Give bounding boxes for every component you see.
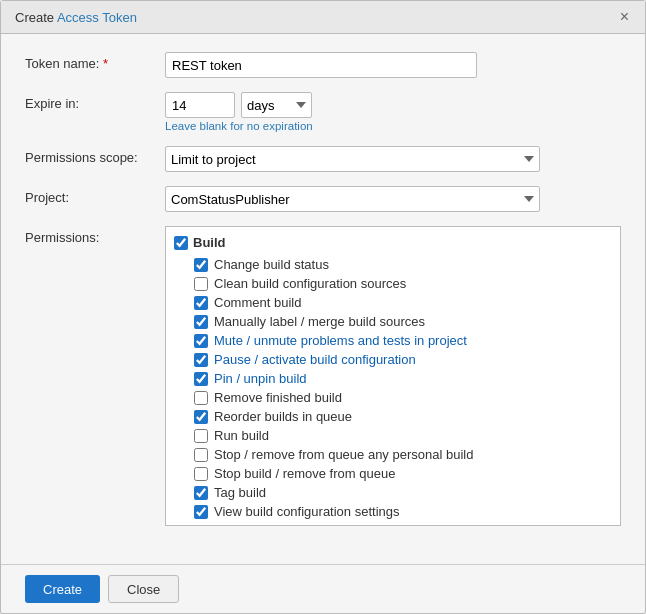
scope-label: Permissions scope: [25,146,165,165]
dialog-header: Create Access Token × [1,1,645,34]
permissions-label: Permissions: [25,226,165,245]
cb-manually-label[interactable] [194,315,208,329]
cb-stop-remove-personal[interactable] [194,448,208,462]
permissions-row: Permissions: Build Ch [25,226,621,526]
cb-comment-build[interactable] [194,296,208,310]
cb-mute-unmute[interactable] [194,334,208,348]
project-control: ComStatusPublisher [165,186,621,212]
close-button[interactable]: Close [108,575,179,603]
title-create: Create [15,10,54,25]
cb-tag-build[interactable] [194,486,208,500]
expire-number-input[interactable] [165,92,235,118]
token-name-input[interactable] [165,52,477,78]
perm-stop-build: Stop build / remove from queue [174,464,612,483]
expire-row: Expire in: minutes hours days weeks mont… [25,92,621,132]
perm-run-build: Run build [174,426,612,445]
perm-clean-build: Clean build configuration sources [174,274,612,293]
perm-view-config: View build configuration settings [174,502,612,521]
cb-pin-unpin[interactable] [194,372,208,386]
dialog-body: Token name: * Expire in: minutes hours d… [1,34,645,564]
project-select-wrap: ComStatusPublisher [165,186,540,212]
expire-control: minutes hours days weeks months Leave bl… [165,92,621,132]
title-access: Access Token [57,10,137,25]
close-icon[interactable]: × [618,9,631,25]
cb-clean-build[interactable] [194,277,208,291]
expire-inputs: minutes hours days weeks months [165,92,621,118]
perm-comment-build: Comment build [174,293,612,312]
build-section-label: Build [193,235,226,250]
project-row: Project: ComStatusPublisher [25,186,621,212]
cb-stop-build[interactable] [194,467,208,481]
dialog-footer: Create Close [1,564,645,613]
perm-pin-unpin: Pin / unpin build [174,369,612,388]
build-section-checkbox-wrap[interactable] [174,236,188,250]
cb-pause-activate[interactable] [194,353,208,367]
scope-select[interactable]: No restriction Limit to project [165,146,540,172]
expire-label: Expire in: [25,92,165,111]
permissions-list-wrap[interactable]: Build Change build status Clean build [165,226,621,526]
cb-reorder-builds[interactable] [194,410,208,424]
create-access-token-dialog: Create Access Token × Token name: * Expi… [0,0,646,614]
build-section-header: Build [174,233,612,252]
perm-remove-finished: Remove finished build [174,388,612,407]
perm-change-build-status: Change build status [174,255,612,274]
permissions-list: Build Change build status Clean build [166,227,620,526]
cb-change-build-status[interactable] [194,258,208,272]
perm-reorder-builds: Reorder builds in queue [174,407,612,426]
token-name-control [165,52,621,78]
dialog-title: Create Access Token [15,10,137,25]
perm-stop-remove-personal: Stop / remove from queue any personal bu… [174,445,612,464]
project-label: Project: [25,186,165,205]
perm-tag-build: Tag build [174,483,612,502]
expire-unit-select[interactable]: minutes hours days weeks months [241,92,312,118]
cb-view-config[interactable] [194,505,208,519]
perm-pause-activate: Pause / activate build configuration [174,350,612,369]
token-name-label: Token name: * [25,52,165,71]
build-section-checkbox[interactable] [174,236,188,250]
cb-remove-finished[interactable] [194,391,208,405]
expire-hint: Leave blank for no expiration [165,120,621,132]
token-name-row: Token name: * [25,52,621,78]
cb-run-build[interactable] [194,429,208,443]
scope-row: Permissions scope: No restriction Limit … [25,146,621,172]
perm-mute-unmute: Mute / unmute problems and tests in proj… [174,331,612,350]
perm-manually-label: Manually label / merge build sources [174,312,612,331]
scope-control: No restriction Limit to project [165,146,621,172]
project-select[interactable]: ComStatusPublisher [165,186,540,212]
create-button[interactable]: Create [25,575,100,603]
scope-select-wrap: No restriction Limit to project [165,146,540,172]
